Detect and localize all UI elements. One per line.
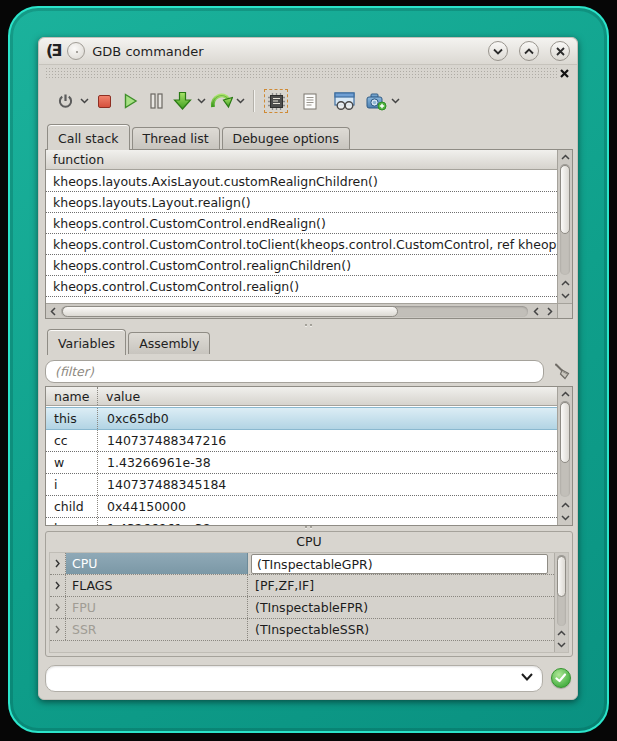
tab-assembly[interactable]: Assembly: [128, 332, 210, 354]
stop-button[interactable]: [91, 88, 117, 114]
tab-variables[interactable]: Variables: [47, 329, 126, 355]
variable-name: b: [46, 518, 98, 525]
variable-name: child: [46, 496, 98, 517]
callstack-row[interactable]: kheops.layouts.AxisLayout.customRealignC…: [46, 171, 557, 192]
scroll-down-button[interactable]: [558, 511, 572, 525]
callstack-row[interactable]: kheops.control.CustomControl.realign(): [46, 276, 557, 297]
callstack-vscrollbar[interactable]: [557, 150, 572, 303]
variable-value: 1.43266961e-38: [98, 518, 557, 525]
splitter-handle[interactable]: [301, 322, 315, 328]
scroll-track[interactable]: [557, 555, 566, 626]
cpu-register-tree: CPU FLAGS [PF,ZF,IF] FPU (TInspectableFP…: [49, 552, 569, 653]
variable-row[interactable]: this 0xc65db0: [46, 407, 557, 430]
register-value-editor[interactable]: [251, 554, 548, 574]
watches-button[interactable]: [331, 88, 357, 114]
run-button[interactable]: [117, 88, 143, 114]
scroll-left-button-2[interactable]: [529, 304, 543, 318]
scroll-up-button[interactable]: [558, 150, 572, 164]
tab-thread-list[interactable]: Thread list: [132, 127, 220, 149]
titlebar[interactable]: (Ǝ GDB commander: [39, 38, 577, 65]
combo-dropdown-button[interactable]: [521, 673, 533, 681]
cpu-groupbox: CPU CPU FLAGS [PF,ZF,IF]: [45, 531, 573, 657]
variable-value: 140737488345184: [98, 474, 557, 495]
callstack-row[interactable]: kheops.layouts.Layout.realign(): [46, 192, 557, 213]
variable-value: 140737488347216: [98, 430, 557, 451]
scroll-down-button[interactable]: [558, 289, 572, 303]
minimize-button[interactable]: [488, 41, 508, 61]
scroll-track[interactable]: [560, 401, 570, 497]
variable-row[interactable]: cc 140737488347216: [46, 430, 557, 452]
register-row[interactable]: FLAGS [PF,ZF,IF]: [50, 575, 554, 597]
clear-filter-button[interactable]: [551, 360, 573, 382]
splitter-handle[interactable]: [301, 524, 315, 530]
tab-call-stack[interactable]: Call stack: [47, 124, 130, 150]
chevron-down-icon: [391, 98, 400, 104]
scroll-up-button-2[interactable]: [558, 276, 572, 290]
maximize-button[interactable]: [519, 41, 539, 61]
dock-close-icon: [560, 69, 569, 78]
scroll-thumb[interactable]: [560, 402, 570, 463]
step-into-button[interactable]: [169, 88, 195, 114]
callstack-panel: Call stack Thread list Debugee options f…: [45, 124, 573, 319]
watch-window-icon: [333, 92, 356, 111]
callstack-hscrollbar[interactable]: [46, 303, 557, 318]
step-over-dropdown[interactable]: [234, 88, 247, 114]
step-over-button[interactable]: [208, 88, 234, 114]
step-over-icon: [210, 91, 233, 111]
pause-button[interactable]: [143, 88, 169, 114]
register-row[interactable]: SSR (TInspectableSSR): [50, 619, 554, 641]
register-row[interactable]: CPU: [50, 553, 554, 575]
show-registers-button[interactable]: [263, 88, 289, 114]
scroll-down-button[interactable]: [555, 638, 568, 652]
register-value: (TInspectableFPR): [248, 597, 554, 618]
variable-row[interactable]: child 0x44150000: [46, 496, 557, 518]
dock-title-strip[interactable]: [45, 67, 571, 80]
variable-row[interactable]: i 140737488345184: [46, 474, 557, 496]
power-button[interactable]: [52, 88, 78, 114]
chevron-up-icon: [524, 48, 534, 55]
step-into-dropdown[interactable]: [195, 88, 208, 114]
power-icon: [57, 93, 74, 110]
chevron-down-icon: [493, 48, 503, 55]
cpu-vscrollbar[interactable]: [554, 553, 568, 652]
variable-row[interactable]: w 1.43266961e-38: [46, 452, 557, 474]
gdb-commander-window: (Ǝ GDB commander: [38, 37, 578, 700]
show-log-button[interactable]: [297, 88, 323, 114]
callstack-row[interactable]: kheops.control.CustomControl.endRealign(…: [46, 213, 557, 234]
scroll-track[interactable]: [61, 306, 528, 317]
command-input[interactable]: [54, 668, 512, 689]
expander-icon[interactable]: [50, 619, 66, 640]
scroll-thumb[interactable]: [557, 556, 566, 597]
tab-debugee-options[interactable]: Debugee options: [222, 127, 351, 149]
close-button[interactable]: [550, 41, 570, 61]
expander-icon[interactable]: [50, 553, 66, 574]
scroll-up-button-2[interactable]: [558, 498, 572, 512]
execute-command-button[interactable]: [551, 668, 571, 688]
variable-value: 0x44150000: [98, 496, 557, 517]
callstack-row[interactable]: kheops.control.CustomControl.realignChil…: [46, 255, 557, 276]
callstack-row[interactable]: kheops.control.CustomControl.toClient(kh…: [46, 234, 557, 255]
chevron-left-icon: [533, 307, 539, 316]
scroll-left-button[interactable]: [46, 304, 60, 318]
callstack-tabbar: Call stack Thread list Debugee options: [45, 124, 573, 149]
expander-icon[interactable]: [50, 597, 66, 618]
scroll-track[interactable]: [560, 164, 570, 275]
command-combobox[interactable]: [45, 665, 543, 692]
pause-icon: [150, 93, 163, 109]
add-watch-button[interactable]: [363, 88, 389, 114]
register-row[interactable]: FPU (TInspectableFPR): [50, 597, 554, 619]
scroll-right-button[interactable]: [543, 304, 557, 318]
filter-input[interactable]: [45, 360, 544, 383]
check-icon: [555, 673, 567, 683]
window-menu-button[interactable]: [67, 42, 85, 60]
scroll-thumb[interactable]: [62, 306, 398, 317]
variables-vscrollbar[interactable]: [557, 387, 572, 525]
expander-icon[interactable]: [50, 575, 66, 596]
scroll-up-button[interactable]: [558, 387, 572, 401]
close-icon: [556, 47, 565, 56]
dock-close-button[interactable]: [558, 67, 571, 80]
power-dropdown[interactable]: [78, 88, 91, 114]
add-watch-dropdown[interactable]: [389, 88, 402, 114]
scroll-thumb[interactable]: [560, 165, 570, 234]
debug-toolbar: [39, 82, 577, 120]
